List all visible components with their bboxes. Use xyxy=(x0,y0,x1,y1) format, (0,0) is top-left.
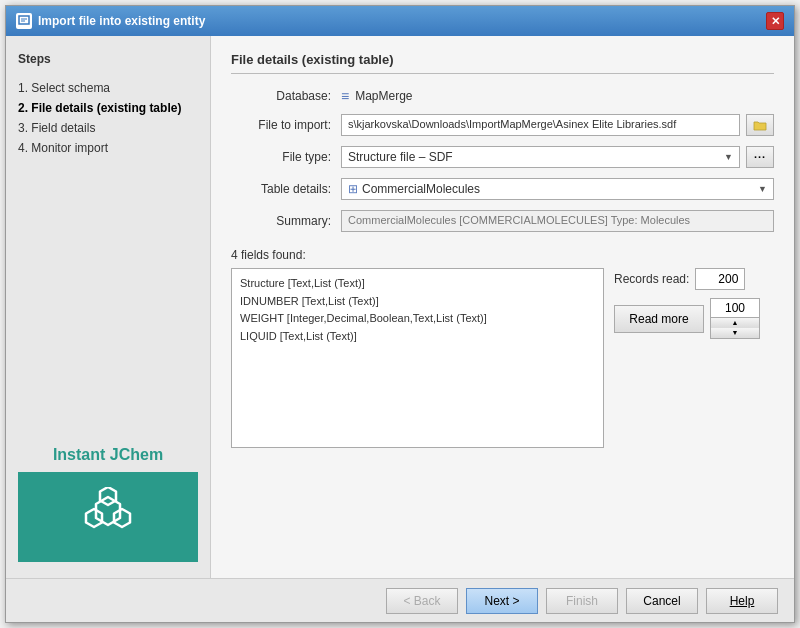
database-row: Database: ≡ MapMerge xyxy=(231,88,774,104)
step-3: 3. Field details xyxy=(18,118,198,138)
file-import-label: File to import: xyxy=(231,118,341,132)
spinner-value: 100 xyxy=(711,299,759,318)
svg-rect-0 xyxy=(19,16,29,24)
svg-marker-5 xyxy=(114,509,130,527)
cancel-button[interactable]: Cancel xyxy=(626,588,698,614)
sidebar: Steps 1. Select schema 2. File details (… xyxy=(6,36,211,578)
steps-title: Steps xyxy=(18,52,198,66)
file-type-value: Structure file – SDF ▼ ··· xyxy=(341,146,774,168)
field-item-2: IDNUMBER [Text,List (Text)] xyxy=(240,293,595,311)
database-value: ≡ MapMerge xyxy=(341,88,774,104)
svg-marker-6 xyxy=(86,509,102,527)
dialog-title: Import file into existing entity xyxy=(38,14,205,28)
fields-list: Structure [Text,List (Text)] IDNUMBER [T… xyxy=(231,268,604,448)
database-name: MapMerge xyxy=(355,89,412,103)
more-options-button[interactable]: ··· xyxy=(746,146,774,168)
dialog-icon xyxy=(16,13,32,29)
chevron-down-icon: ▼ xyxy=(724,152,733,162)
jchem-logo-box xyxy=(18,472,198,562)
table-details-row: Table details: ⊞ CommercialMolecules ▼ xyxy=(231,178,774,200)
jchem-logo-icon xyxy=(78,487,138,547)
step-1: 1. Select schema xyxy=(18,78,198,98)
brand-label: Instant JChem xyxy=(18,446,198,464)
back-button[interactable]: < Back xyxy=(386,588,458,614)
fields-found-title: 4 fields found: xyxy=(231,248,774,262)
chevron-down-icon-2: ▼ xyxy=(758,184,767,194)
summary-label: Summary: xyxy=(231,214,341,228)
summary-text: CommercialMolecules [COMMERCIALMOLECULES… xyxy=(341,210,774,232)
finish-button[interactable]: Finish xyxy=(546,588,618,614)
title-bar: Import file into existing entity ✕ xyxy=(6,6,794,36)
fields-content: Structure [Text,List (Text)] IDNUMBER [T… xyxy=(231,268,774,448)
next-button[interactable]: Next > xyxy=(466,588,538,614)
help-button[interactable]: Help xyxy=(706,588,778,614)
file-type-row: File type: Structure file – SDF ▼ ··· xyxy=(231,146,774,168)
footer: < Back Next > Finish Cancel Help xyxy=(6,578,794,622)
field-item-4: LIQUID [Text,List (Text)] xyxy=(240,328,595,346)
file-import-row: File to import: s\kjarkovska\Downloads\I… xyxy=(231,114,774,136)
field-item-3: WEIGHT [Integer,Decimal,Boolean,Text,Lis… xyxy=(240,310,595,328)
spinner-down-button[interactable]: ▼ xyxy=(711,328,759,338)
browse-button[interactable] xyxy=(746,114,774,136)
summary-row: Summary: CommercialMolecules [COMMERCIAL… xyxy=(231,210,774,232)
table-details-label: Table details: xyxy=(231,182,341,196)
spinner-box: 100 ▲ ▼ xyxy=(710,298,760,339)
records-read-row: Records read: xyxy=(614,268,774,290)
fields-section: 4 fields found: Structure [Text,List (Te… xyxy=(231,248,774,448)
file-type-dropdown[interactable]: Structure file – SDF ▼ xyxy=(341,146,740,168)
table-icon: ⊞ xyxy=(348,182,358,196)
step-4: 4. Monitor import xyxy=(18,138,198,158)
steps-list: 1. Select schema 2. File details (existi… xyxy=(18,78,198,158)
spinner-up-button[interactable]: ▲ xyxy=(711,318,759,328)
database-icon: ≡ xyxy=(341,88,349,104)
table-dropdown[interactable]: ⊞ CommercialMolecules ▼ xyxy=(341,178,774,200)
file-type-label: File type: xyxy=(231,150,341,164)
sidebar-bottom: Instant JChem xyxy=(18,446,198,562)
main-panel: File details (existing table) Database: … xyxy=(211,36,794,578)
import-dialog: Import file into existing entity ✕ Steps… xyxy=(5,5,795,623)
records-read-input[interactable] xyxy=(695,268,745,290)
field-item-1: Structure [Text,List (Text)] xyxy=(240,275,595,293)
dialog-content: Steps 1. Select schema 2. File details (… xyxy=(6,36,794,578)
spinner-buttons: ▲ ▼ xyxy=(711,318,759,338)
records-read-label: Records read: xyxy=(614,272,689,286)
table-details-value: ⊞ CommercialMolecules ▼ xyxy=(341,178,774,200)
close-button[interactable]: ✕ xyxy=(766,12,784,30)
database-label: Database: xyxy=(231,89,341,103)
file-import-value: s\kjarkovska\Downloads\ImportMapMerge\As… xyxy=(341,114,774,136)
summary-value: CommercialMolecules [COMMERCIALMOLECULES… xyxy=(341,210,774,232)
file-path-input[interactable]: s\kjarkovska\Downloads\ImportMapMerge\As… xyxy=(341,114,740,136)
folder-icon xyxy=(753,119,767,131)
records-panel: Records read: Read more 100 ▲ ▼ xyxy=(614,268,774,448)
step-2: 2. File details (existing table) xyxy=(18,98,198,118)
panel-title: File details (existing table) xyxy=(231,52,774,74)
read-more-button[interactable]: Read more xyxy=(614,305,704,333)
